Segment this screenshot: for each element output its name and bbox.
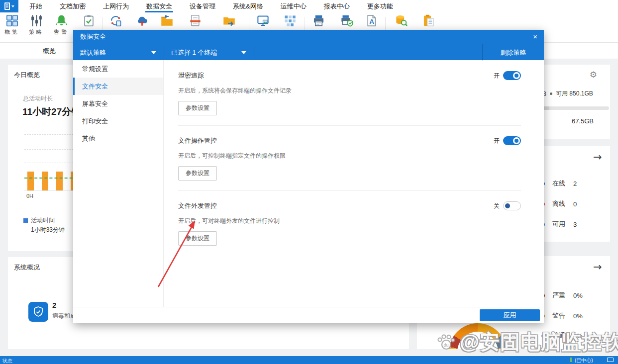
toolbar-label-overview: 概览 xyxy=(0,28,23,36)
mosaic-blur-button[interactable] xyxy=(278,14,301,27)
folder-restore-icon xyxy=(160,14,174,27)
menu-item-web-behavior[interactable]: 上网行为 xyxy=(97,0,135,12)
activity-bar xyxy=(56,172,63,190)
menu-item-doc-encrypt[interactable]: 文档加密 xyxy=(53,0,92,12)
menu-item-system-network[interactable]: 系统&网络 xyxy=(226,0,270,12)
filter-divider xyxy=(254,44,254,61)
arrow-right-icon[interactable]: → xyxy=(593,151,602,163)
toggle-off-icon[interactable] xyxy=(503,201,521,210)
dialog-filter-bar: 默认策略 已选择 1 个终端 删除策略 xyxy=(73,44,544,60)
section-title-file-operation: 文件操作管控 xyxy=(178,136,217,145)
apply-button[interactable]: 应用 xyxy=(480,309,540,321)
data-security-dialog: 数据安全 × 默认策略 已选择 1 个终端 删除策略 常规设置 文件安全 屏幕安… xyxy=(73,30,544,323)
terminal-row-offline: 离线 0 xyxy=(541,199,577,208)
status-bar: 状态 (已中心) xyxy=(0,356,618,364)
tab-overview[interactable]: 概览 xyxy=(36,43,63,59)
delete-policy-button[interactable]: 删除策略 xyxy=(483,44,544,61)
toggle-on-icon[interactable] xyxy=(503,71,521,80)
sidebar-item-screen-security[interactable]: 屏幕安全 xyxy=(73,95,163,112)
x-axis-label: 0H xyxy=(26,193,33,199)
param-settings-button-1[interactable]: 参数设置 xyxy=(178,101,217,115)
policy-button[interactable]: 策略 xyxy=(25,14,48,36)
overview-grid-button[interactable]: 概览 xyxy=(0,14,23,36)
folder-restore-button[interactable] xyxy=(155,14,178,27)
alerts-donut-chart xyxy=(449,323,507,349)
param-settings-button-3[interactable]: 参数设置 xyxy=(178,231,217,246)
clipboard-document-button[interactable] xyxy=(417,14,440,27)
section-title-file-outgoing: 文件外发管控 xyxy=(178,201,217,210)
menu-item-device-mgmt[interactable]: 设备管理 xyxy=(183,0,222,12)
param-settings-button-2[interactable]: 参数设置 xyxy=(178,166,217,181)
document-a-button[interactable]: A xyxy=(360,14,383,27)
toggle-state-label: 关 xyxy=(494,202,500,210)
alert-button[interactable]: 告警 xyxy=(50,14,73,36)
alert-row-critical: 严重 0% xyxy=(541,291,583,300)
cloud-upload-button[interactable] xyxy=(130,14,153,27)
virus-threat-tile[interactable] xyxy=(28,302,48,322)
close-icon[interactable]: × xyxy=(533,30,537,44)
disk-bullet-icon xyxy=(550,92,552,95)
row-label: 严重 xyxy=(552,291,569,300)
database-search-button[interactable] xyxy=(390,14,412,27)
mosaic-blur-icon xyxy=(283,14,297,27)
arrow-right-icon[interactable]: → xyxy=(593,261,602,273)
section-desc: 开启后，系统将会保存终端的操作文件记录 xyxy=(178,87,521,95)
toolbar-label-alert: 告警 xyxy=(50,28,73,36)
section-title-leak-trace: 泄密追踪 xyxy=(178,71,204,80)
legend-swatch xyxy=(23,218,28,223)
screen-image-button[interactable] xyxy=(251,14,274,27)
menu-item-ops-center[interactable]: 运维中心 xyxy=(274,0,313,12)
sidebar-item-file-security[interactable]: 文件安全 xyxy=(73,78,163,95)
disk-available-row: B 可用 850.1GB xyxy=(542,90,593,98)
disk-usage-bar xyxy=(536,106,609,110)
section-desc: 开启后，可控制终端指定文件的操作权限 xyxy=(178,152,521,160)
sidebar-item-other[interactable]: 其他 xyxy=(73,130,163,147)
leak-trace-toggle[interactable]: 开 xyxy=(494,71,521,80)
system-card-title: 系统概况 xyxy=(14,263,40,272)
toggle-on-icon[interactable] xyxy=(503,136,521,145)
alert-bell-icon xyxy=(55,14,68,27)
row-label: 普通 xyxy=(552,331,569,340)
activity-bar xyxy=(42,172,48,190)
status-dot xyxy=(541,334,545,338)
menu-item-start[interactable]: 开始 xyxy=(23,0,49,12)
chevron-down-icon xyxy=(151,51,156,54)
chart-legend: 活动时间 xyxy=(23,216,55,225)
row-value: 0 xyxy=(573,200,577,208)
terminal-row-available: 可用 3 xyxy=(541,220,577,229)
menu-item-more[interactable]: 更多功能 xyxy=(361,0,400,12)
printer-shield-icon xyxy=(340,14,354,27)
policy-dropdown[interactable]: 默认策略 xyxy=(73,44,164,61)
activity-bar xyxy=(27,172,34,190)
chevron-down-icon xyxy=(11,5,14,7)
file-operation-toggle[interactable]: 开 xyxy=(494,136,521,145)
dialog-footer: 应用 xyxy=(73,307,544,323)
gear-icon[interactable]: ⚙ xyxy=(590,70,597,80)
sidebar-item-print-security[interactable]: 打印安全 xyxy=(73,112,163,130)
virus-threat-label: 病毒和威 xyxy=(52,312,76,320)
total-activity-label: 总活动时长 xyxy=(23,94,53,103)
overview-grid-icon xyxy=(5,14,19,27)
sidebar-item-general[interactable]: 常规设置 xyxy=(73,60,163,78)
printer-shield-button[interactable] xyxy=(335,14,358,27)
cloud-upload-icon xyxy=(135,14,149,27)
menu-item-report-center[interactable]: 报表中心 xyxy=(317,0,356,12)
sync-clipboard-button[interactable] xyxy=(104,14,127,27)
legend-value: 1小时33分钟 xyxy=(31,226,65,234)
alert-row-normal: 普通 0% xyxy=(541,331,583,340)
file-outgoing-toggle[interactable]: 关 xyxy=(494,201,521,210)
document-redact-icon xyxy=(189,14,202,27)
terminal-dropdown-value: 已选择 1 个终端 xyxy=(171,44,217,61)
shield-check-icon xyxy=(32,305,45,318)
folder-send-button[interactable] xyxy=(217,14,240,27)
audit-clipboard-button[interactable] xyxy=(77,14,100,27)
monitor-icon xyxy=(607,358,614,362)
app-menu-button[interactable] xyxy=(0,0,18,12)
printer-button[interactable] xyxy=(307,14,330,27)
terminal-dropdown[interactable]: 已选择 1 个终端 xyxy=(164,44,254,61)
svg-text:A: A xyxy=(369,18,374,25)
document-redact-button[interactable] xyxy=(184,14,206,27)
app-menu-icon xyxy=(4,2,10,10)
menu-item-data-security[interactable]: 数据安全 xyxy=(140,0,179,12)
sync-clipboard-icon xyxy=(109,14,122,27)
